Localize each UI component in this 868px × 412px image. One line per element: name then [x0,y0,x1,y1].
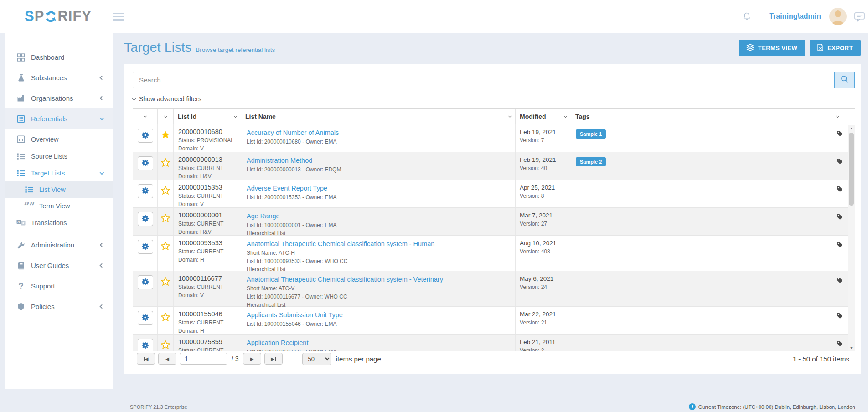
chat-icon[interactable] [854,11,865,22]
table-scrollbar[interactable]: ▲ ▼ [848,125,855,351]
list-id: 100000000001 [178,212,241,219]
last-page-button[interactable]: ▶ [264,353,283,365]
column-header-list-name[interactable]: List Name [241,109,516,124]
list-icon [16,153,26,160]
row-settings-button[interactable] [138,339,153,351]
tag-icon[interactable] [837,277,843,285]
menu-toggle-button[interactable] [113,11,124,22]
list-name-link[interactable]: Anatomical Therapeutic Chemical classifi… [247,241,434,247]
sidebar-item-support[interactable]: ?Support [5,276,113,296]
list-id: 100000116677 [178,275,241,282]
favorite-star-icon[interactable] [161,186,170,196]
favorite-star-icon[interactable] [161,277,170,288]
sidebar-item-term-view[interactable]: ””Term View [5,198,113,214]
favorite-star-icon[interactable] [161,158,170,169]
list-name-link[interactable]: Administration Method [247,157,312,164]
row-settings-button[interactable] [138,275,153,289]
gear-icon [141,278,150,288]
sidebar-item-target-lists[interactable]: Target Lists [5,165,113,181]
column-menu-favorite[interactable] [158,109,174,124]
version-line: Version: 408 [520,248,571,255]
list-name-link[interactable]: Adverse Event Report Type [247,185,327,192]
items-per-page-select[interactable]: 50 [302,353,331,365]
svg-text:A: A [17,220,20,224]
terms-view-button[interactable]: TERMS VIEW [739,40,805,56]
scroll-down-arrow[interactable]: ▼ [848,345,855,351]
sidebar-item-user-guides[interactable]: User Guides [5,255,113,276]
tag-icon[interactable] [837,242,843,250]
sidebar-item-administration[interactable]: Administration [5,235,113,255]
logo-text-p: P [35,8,45,25]
row-settings-button[interactable] [138,156,153,170]
status-line: Status: CURRENT [178,284,241,290]
favorite-star-icon[interactable] [161,242,170,252]
factory-icon [16,94,26,102]
notifications-bell-icon[interactable] [742,12,752,21]
sidebar-item-substances[interactable]: Substances [5,67,113,88]
list-name-link[interactable]: Age Range [247,213,280,220]
prev-page-button[interactable]: ◀ [158,353,176,365]
next-page-button[interactable]: ▶ [243,353,261,365]
chevron-down-icon [100,170,104,175]
page-number-input[interactable] [180,353,227,365]
sidebar-item-referentials[interactable]: Referentials [5,108,113,129]
row-settings-button[interactable] [138,184,153,198]
tag-badge[interactable]: Sample 1 [576,129,606,139]
column-menu-settings[interactable] [133,109,158,124]
scroll-up-arrow[interactable]: ▲ [848,125,855,132]
domain-line: Domain: H&V [178,173,241,180]
list-name-link[interactable]: Application Recipient [247,340,308,346]
favorite-star-icon[interactable] [161,214,170,224]
sidebar-item-list-view[interactable]: List View [5,181,113,198]
search-button[interactable] [834,72,855,88]
row-settings-button[interactable] [138,212,153,226]
status-line: Status: CURRENT [178,165,241,171]
chevron-down-icon [144,114,147,117]
sidebar-item-overview[interactable]: Overview [5,131,113,148]
tag-icon[interactable] [837,130,843,139]
favorite-star-icon[interactable] [161,313,170,323]
export-button[interactable]: EXPORT [810,40,861,56]
domain-line: Domain: H [178,257,241,263]
list-id: 100000093533 [178,240,241,247]
column-header-modified[interactable]: Modified [516,109,571,124]
tag-icon[interactable] [837,158,843,166]
tag-icon[interactable] [837,340,843,349]
sidebar-item-source-lists[interactable]: Source Lists [5,148,113,165]
owner-line: List Id: 100000155046 - Owner: EMA [247,321,515,327]
owner-line: List Id: 200000000013 - Owner: EDQM [247,166,515,173]
avatar[interactable] [829,8,847,25]
row-settings-button[interactable] [138,240,153,254]
row-settings-button[interactable] [138,129,153,143]
sidebar-item-dashboard[interactable]: Dashboard [5,47,113,67]
tag-badge[interactable]: Sample 2 [576,157,606,166]
column-header-list-id[interactable]: List Id [174,109,241,124]
tag-icon[interactable] [837,214,843,222]
gear-icon [141,242,150,252]
sidebar-item-translations[interactable]: ATranslations [5,214,113,231]
sidebar-item-policies[interactable]: Policies [5,296,113,317]
favorite-star-icon[interactable] [161,340,170,351]
domain-line: Domain: V [178,201,241,207]
list-name-link[interactable]: Anatomical Therapeutic Chemical classifi… [247,276,443,283]
chevron-down-icon [132,96,136,100]
table-row: 200000010680Status: PROVISIONALDomain: V… [133,124,855,152]
advanced-filters-toggle[interactable]: Show advanced filters [133,95,855,103]
modified-date: Feb 19, 2021 [520,156,571,163]
search-input[interactable] [133,72,832,88]
sidebar-item-organisations[interactable]: Organisations [5,88,113,108]
favorite-star-icon[interactable] [161,130,170,141]
book-icon [16,262,26,270]
list-name-link[interactable]: Accuracy of Number of Animals [247,129,339,136]
user-menu[interactable]: Training\admin [769,12,821,21]
chevron-down-icon [100,116,104,120]
row-settings-button[interactable] [138,311,153,325]
list-name-link[interactable]: Applicants Submission Unit Type [247,312,343,319]
table-row: 100000155046Status: CURRENTDomain: HAppl… [133,307,855,335]
scrollbar-thumb[interactable] [849,133,854,206]
first-page-button[interactable]: ◀ [137,353,155,365]
tag-icon[interactable] [837,186,843,194]
tag-icon[interactable] [837,313,843,321]
list-id: 100000155046 [178,311,241,318]
column-header-tags[interactable]: Tags [571,109,855,124]
